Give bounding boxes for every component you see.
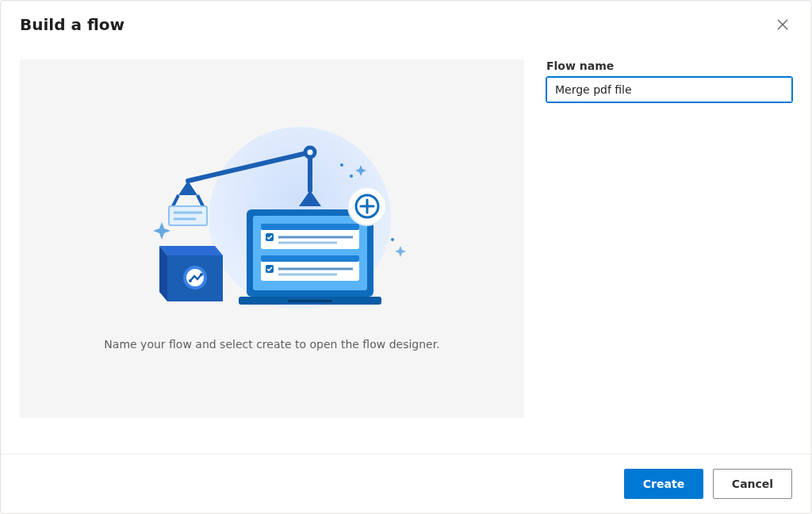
illustration-panel: Name your flow and select create to open… [20,59,524,418]
svg-rect-20 [288,300,332,302]
create-button[interactable]: Create [624,469,703,499]
svg-rect-22 [261,224,359,230]
svg-marker-12 [159,246,167,301]
flow-name-label: Flow name [546,59,792,72]
svg-point-16 [200,273,203,276]
svg-point-6 [305,148,315,157]
close-button[interactable] [773,15,792,34]
svg-rect-7 [169,206,207,225]
close-icon [776,21,789,33]
dialog-header: Build a flow [1,1,811,34]
svg-marker-10 [159,246,223,255]
svg-point-3 [391,238,394,241]
build-flow-dialog: Build a flow [0,0,812,514]
flow-name-input[interactable] [546,77,792,102]
svg-point-15 [189,279,192,282]
svg-point-2 [350,175,353,178]
dialog-body: Name your flow and select create to open… [1,34,811,454]
illustration-caption: Name your flow and select create to open… [104,338,439,351]
form-panel: Flow name [546,59,792,454]
cancel-button[interactable]: Cancel [713,469,792,499]
flow-illustration [129,127,415,309]
dialog-footer: Create Cancel [1,454,811,513]
svg-rect-27 [261,255,359,262]
dialog-title: Build a flow [20,15,124,34]
svg-point-1 [340,163,343,167]
plus-icon [348,187,386,225]
